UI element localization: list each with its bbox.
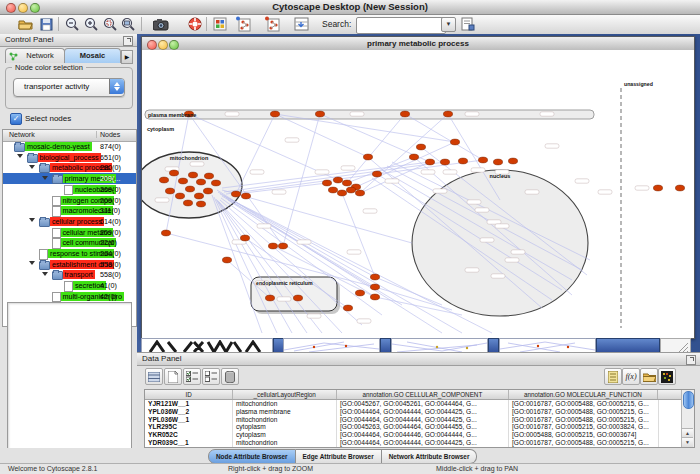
compartment-plasma-membrane[interactable] [145, 110, 594, 119]
table-cell[interactable]: [GO:0005488, GO:0005215, GO:0003674] [509, 431, 659, 439]
window-resize-grip[interactable] [660, 338, 691, 352]
table-row[interactable]: YLR295Ccytoplasm[GO:0045263, GO:0044464,… [145, 423, 682, 431]
table-cell[interactable]: [GO:0044464, GO:0044446, GO:0044444, G..… [337, 431, 509, 439]
network-node[interactable] [343, 305, 352, 311]
node-color-dropdown[interactable]: transporter activity [13, 78, 125, 97]
network-node[interactable] [161, 230, 170, 236]
network-node[interactable] [425, 159, 434, 165]
network-node[interactable] [458, 158, 467, 164]
network-node[interactable] [196, 179, 205, 185]
zoom-out-icon[interactable] [63, 16, 80, 32]
network-node[interactable] [333, 177, 342, 183]
tree-row-secretion[interactable]: secretion41(0) [3, 280, 136, 291]
table-cell[interactable] [659, 408, 682, 416]
table-cell[interactable]: YKR052C [145, 431, 233, 439]
save-session-icon[interactable] [38, 16, 55, 32]
table-cell[interactable] [659, 400, 682, 408]
network-node[interactable] [315, 111, 324, 117]
tree-expand-arrow[interactable] [17, 154, 23, 158]
table-cell[interactable] [659, 431, 682, 439]
tree-row-cell-communicat[interactable]: cell communicat22(0) [3, 237, 136, 248]
table-row[interactable]: YKR052Ccytoplasm[GO:0044464, GO:0044446,… [145, 431, 682, 439]
table-row[interactable]: YJR121W__1mitochondrion[GO:0045267, GO:0… [145, 400, 682, 408]
tree-expand-arrow[interactable] [29, 261, 35, 265]
table-cell[interactable]: plasma membrane [233, 408, 337, 416]
network-node[interactable] [675, 185, 684, 191]
network-node[interactable] [409, 154, 418, 160]
scrollbar-thumb[interactable] [683, 391, 694, 409]
tab-node-attribute-browser[interactable]: Node Attribute Browser [208, 449, 296, 464]
network-node[interactable] [293, 295, 302, 301]
tree-row-primary-metabo[interactable]: primary metabo209(... [3, 173, 136, 184]
table-row[interactable]: YDR039C__1mitochondrion[GO:0044464, GO:0… [145, 439, 682, 447]
network-node[interactable] [231, 191, 240, 197]
tab-network-attribute-browser[interactable]: Network Attribute Browser [382, 449, 478, 464]
open-session-icon[interactable] [17, 16, 34, 32]
search-config-icon[interactable] [459, 16, 476, 32]
table-cell[interactable]: mitochondrion [233, 400, 337, 408]
unselect-attributes-icon[interactable] [202, 368, 220, 385]
select-nodes-checkbox[interactable]: ✓ [10, 113, 22, 125]
table-cell[interactable] [659, 416, 682, 424]
network-canvas[interactable]: plasma membranecytoplasmmitochondrionnuc… [142, 50, 694, 338]
table-cell[interactable]: [GO:0045263, GO:0044464, GO:0044455, G..… [337, 423, 509, 431]
table-header-extra[interactable] [658, 390, 682, 399]
tree-row-response-to-stimulu[interactable]: response to stimulu264(0) [3, 248, 136, 259]
network-node[interactable] [322, 180, 331, 186]
network-node[interactable] [204, 173, 213, 179]
network-node[interactable] [328, 187, 337, 193]
network-node[interactable] [196, 201, 205, 207]
network-node[interactable] [370, 274, 379, 280]
table-cell[interactable] [659, 439, 682, 447]
attribute-table-icon[interactable] [145, 368, 163, 385]
birdseye-view[interactable] [7, 302, 132, 460]
table-scrollbar[interactable]: ▲ ▼ [681, 390, 694, 447]
network-node[interactable] [372, 171, 381, 177]
function-builder-icon[interactable]: f(x) [622, 368, 640, 385]
background-window-fragment[interactable] [283, 338, 380, 352]
table-cell[interactable]: [GO:0016787, GO:0005488, GO:0005215, G..… [509, 400, 659, 408]
network-node[interactable] [346, 187, 355, 193]
table-cell[interactable]: [GO:0016787, GO:0005215, GO:0003824, G..… [509, 423, 659, 431]
network-node[interactable] [268, 243, 277, 249]
zoom-fit-icon[interactable] [119, 16, 136, 32]
background-window-fragment[interactable] [141, 338, 273, 352]
network-node[interactable] [653, 185, 662, 191]
tree-row-transport[interactable]: transport558(0) [3, 269, 136, 280]
background-window-titlebar[interactable] [380, 338, 391, 352]
network-node[interactable] [355, 190, 364, 196]
table-header-region[interactable]: _cellularLayoutRegion [233, 390, 337, 399]
background-window-fragment[interactable] [391, 338, 488, 352]
tree-row-multi-organism-pro[interactable]: multi-organism pro42(0) [3, 291, 136, 302]
float-panel-icon[interactable] [686, 355, 696, 365]
network-node[interactable] [188, 172, 197, 178]
background-window-titlebar[interactable] [596, 338, 660, 352]
network-node[interactable] [342, 180, 351, 186]
network-node[interactable] [159, 177, 168, 183]
network-node[interactable] [194, 193, 203, 199]
table-cell[interactable]: cytoplasm [233, 423, 337, 431]
network-node[interactable] [169, 170, 178, 176]
table-header-id[interactable]: ID [145, 390, 233, 399]
network-node[interactable] [265, 295, 274, 301]
table-cell[interactable]: [GO:0044464, GO:0044444, GO:0044425, G..… [337, 408, 509, 416]
network-window-titlebar[interactable]: primary metabolic process [142, 37, 694, 51]
zoom-selected-icon[interactable] [101, 16, 118, 32]
table-cell[interactable]: YJR121W__1 [145, 400, 233, 408]
table-cell[interactable] [659, 423, 682, 431]
tree-row-establishment-of-lo[interactable]: establishment of lo558(0) [3, 259, 136, 270]
tree-expand-arrow[interactable] [29, 165, 35, 169]
network-node[interactable] [416, 144, 425, 150]
delete-attribute-icon[interactable] [221, 368, 239, 385]
network-node[interactable] [222, 257, 231, 263]
tree-row-metabolic-process[interactable]: metabolic process280(0) [3, 162, 136, 173]
help-icon[interactable] [186, 16, 203, 32]
tab-overflow-arrow[interactable]: ▶ [121, 50, 133, 64]
table-header-molecular-function[interactable]: annotation.GO MOLECULAR_FUNCTION [509, 390, 659, 399]
network-node[interactable] [183, 200, 192, 206]
table-cell[interactable]: mitochondrion [233, 439, 337, 447]
network-node[interactable] [400, 111, 409, 117]
network-node[interactable] [370, 284, 379, 290]
table-cell[interactable]: YPL036W__1 [145, 416, 233, 424]
matrix-icon[interactable] [658, 368, 676, 385]
